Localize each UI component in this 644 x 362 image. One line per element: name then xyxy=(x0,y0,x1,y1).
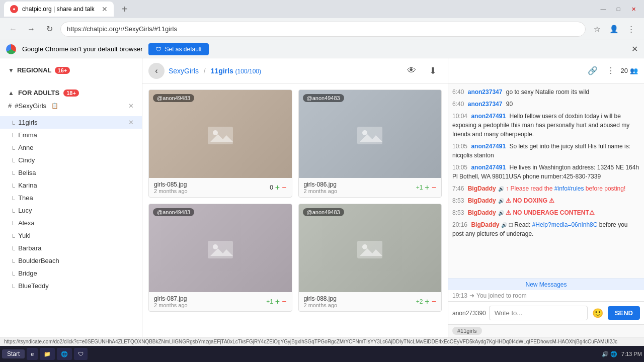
download-button[interactable]: ⬇ xyxy=(424,62,442,80)
sidebar-channel-cindy[interactable]: L Cindy xyxy=(0,154,142,166)
rules-link[interactable]: #info#rules xyxy=(554,185,584,192)
image-name-date: girls-086.jpg 2 months ago xyxy=(304,181,338,194)
maximize-button[interactable]: □ xyxy=(612,4,625,14)
breadcrumb-channel[interactable]: SexyGirls xyxy=(169,67,199,75)
taskbar-ie[interactable]: e xyxy=(27,348,38,360)
vote-up-button[interactable]: + xyxy=(425,297,429,306)
new-tab-button[interactable]: + xyxy=(118,2,132,16)
sidebar-channel-bridge[interactable]: L Bridge xyxy=(0,267,142,280)
new-messages-bar[interactable]: New Messages xyxy=(448,279,644,290)
image-card[interactable]: @anon49483 girls-086.jpg 2 months ago +1… xyxy=(298,89,442,198)
vote-down-button[interactable]: − xyxy=(432,183,436,192)
back-button[interactable]: ← xyxy=(6,22,20,36)
browser-icons: ☆ 👤 ⋮ xyxy=(590,22,638,36)
image-date: 2 months ago xyxy=(154,188,188,194)
msg-time: 10:05 xyxy=(452,164,467,171)
channel-prefix-icon: L xyxy=(12,220,15,226)
tab-close-button[interactable]: ✕ xyxy=(102,5,108,13)
chat-messages: 6:40 anon237347 go to sexy Natalie room … xyxy=(448,83,644,279)
breadcrumb-separator: / xyxy=(204,67,206,75)
sidebar-channel-emma[interactable]: L Emma xyxy=(0,129,142,141)
msg-user[interactable]: BigDaddy xyxy=(471,221,499,228)
system-join-message: 19:13 ➜ You joined to room xyxy=(452,292,640,299)
sidebar-channel-boulderbeach[interactable]: L BoulderBeach xyxy=(0,254,142,267)
refresh-button[interactable]: ↻ xyxy=(42,22,56,36)
image-preview-icon xyxy=(355,233,385,263)
channel-prefix-icon: L xyxy=(12,233,15,239)
send-button[interactable]: SEND xyxy=(608,306,640,320)
url-input[interactable] xyxy=(60,22,586,37)
taskbar-security[interactable]: 🛡 xyxy=(74,348,88,360)
msg-user[interactable]: BigDaddy xyxy=(468,185,496,192)
sidebar-channel-yuki[interactable]: L Yuki xyxy=(0,229,142,242)
more-options-button[interactable]: ⋮ xyxy=(603,63,619,79)
sidebar-channel-belisa[interactable]: L Belisa xyxy=(0,166,142,179)
bookmark-button[interactable]: ☆ xyxy=(590,22,604,36)
msg-time: 8:53 xyxy=(452,197,464,204)
sidebar-channel-lucy[interactable]: L Lucy xyxy=(0,204,142,217)
sidebar-channel-karina[interactable]: L Karina xyxy=(0,179,142,192)
msg-user[interactable]: anon247491 xyxy=(471,164,506,171)
notification-text: Google Chrome isn't your default browser xyxy=(22,45,142,53)
sidebar-channel-anne[interactable]: L Anne xyxy=(0,141,142,154)
channel-name: Emma xyxy=(18,131,37,139)
browser-tab[interactable]: ● chatpic.org | share and talk ✕ xyxy=(4,2,114,17)
sidebar-channel-blueteddy[interactable]: L BlueTeddy xyxy=(0,280,142,292)
help-link[interactable]: #Help?media=06nInh8C xyxy=(532,221,598,228)
app-content: ▼ REGIONAL 16+ ▲ FOR ADULTS 18+ # #SexyG… xyxy=(0,58,644,337)
taskbar-browser[interactable]: 🌐 xyxy=(57,348,72,360)
channel-group-icon: 📋 xyxy=(51,103,58,109)
sidebar-channel-thea[interactable]: L Thea xyxy=(0,192,142,204)
msg-user[interactable]: anon247491 xyxy=(471,143,506,150)
vote-down-button[interactable]: − xyxy=(282,297,286,306)
hashtag-icon: # xyxy=(8,102,12,110)
sidebar-channel-alexa[interactable]: L Alexa xyxy=(0,217,142,229)
link-icon-button[interactable]: 🔗 xyxy=(585,63,601,79)
vote-up-button[interactable]: + xyxy=(425,183,429,192)
view-button[interactable]: 👁 xyxy=(403,62,421,80)
taskbar-folder[interactable]: 📁 xyxy=(40,348,55,360)
vote-count: +1 xyxy=(416,184,423,191)
vote-up-button[interactable]: + xyxy=(275,183,280,192)
msg-user[interactable]: anon247491 xyxy=(471,113,506,120)
sidebar-channel-barbara[interactable]: L Barbara xyxy=(0,242,142,254)
channel-prefix-icon: L xyxy=(12,195,15,201)
image-card[interactable]: @anon49483 girls-085.jpg 2 months ago 0 … xyxy=(148,89,292,198)
close-button[interactable]: ✕ xyxy=(627,4,640,14)
image-votes: +1 + − xyxy=(416,183,436,192)
channel-prefix-icon: L xyxy=(12,157,15,163)
taskbar: Start e 📁 🌐 🛡 🔊 🌐 7:13 PM xyxy=(0,346,644,362)
msg-time: 8:53 xyxy=(452,209,464,216)
msg-user[interactable]: BigDaddy xyxy=(468,197,496,204)
channel-name: Anne xyxy=(18,144,33,151)
channel-close-button[interactable]: ✕ xyxy=(128,119,134,126)
set-default-button[interactable]: 🛡 Set as default xyxy=(148,43,208,55)
msg-text: ↑ Please read the #info#rules before pos… xyxy=(506,185,625,192)
image-date: 2 months ago xyxy=(304,188,338,194)
msg-user[interactable]: anon237347 xyxy=(468,88,503,96)
start-button[interactable]: Start xyxy=(2,349,25,358)
vote-down-button[interactable]: − xyxy=(432,297,436,306)
msg-user[interactable]: BigDaddy xyxy=(468,209,496,216)
vote-down-button[interactable]: − xyxy=(282,183,286,192)
emoji-button[interactable]: 🙂 xyxy=(591,306,605,320)
regional-header[interactable]: ▼ REGIONAL 16+ xyxy=(0,62,142,78)
forward-button[interactable]: → xyxy=(24,22,38,36)
album-name: 11girls xyxy=(211,67,233,75)
notification-close-button[interactable]: ✕ xyxy=(631,44,638,54)
image-card[interactable]: @anon49483 girls-088.jpg 2 months ago +2… xyxy=(298,204,442,312)
profile-button[interactable]: 👤 xyxy=(607,22,621,36)
image-votes: +1 + − xyxy=(266,297,286,306)
image-card[interactable]: @anon49483 girls-087.jpg 2 months ago +1… xyxy=(148,204,292,312)
chat-input[interactable] xyxy=(489,306,588,320)
sidebar-channel-11girls[interactable]: L 11girls ✕ xyxy=(0,116,142,129)
menu-button[interactable]: ⋮ xyxy=(624,22,638,36)
regional-section: ▼ REGIONAL 16+ xyxy=(0,58,142,82)
adults-header[interactable]: ▲ FOR ADULTS 18+ xyxy=(0,86,142,100)
vote-up-button[interactable]: + xyxy=(275,297,280,306)
channel-group-row[interactable]: # #SexyGirls 📋 ✕ xyxy=(0,100,142,112)
back-nav-button[interactable]: ‹ xyxy=(148,63,165,79)
msg-user[interactable]: anon237347 xyxy=(468,101,503,108)
minimize-button[interactable]: — xyxy=(597,4,610,14)
channel-group-close[interactable]: ✕ xyxy=(128,102,134,110)
